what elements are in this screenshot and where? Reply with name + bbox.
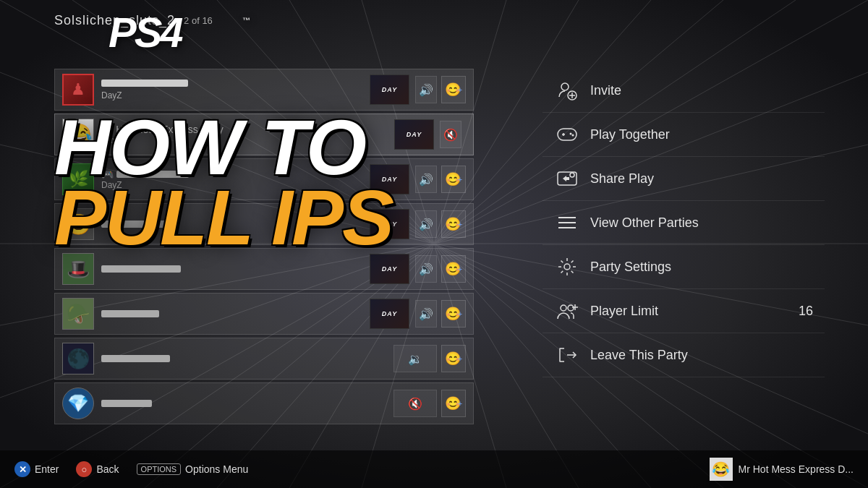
friend-button[interactable]: 😊+	[441, 210, 466, 238]
member-row[interactable]: 🌑 🔉 😊+	[54, 338, 474, 380]
party-members-panel: ♟ DayZ DAY 🔊 😊+ 😂 Mr Hot Mess Express Da…	[54, 69, 474, 445]
back-label: Back	[96, 463, 119, 475]
players-icon	[554, 298, 580, 324]
member-row[interactable]: 💎 🔇 😊+	[54, 382, 474, 424]
player-limit-value: 16	[799, 304, 813, 319]
menu-item-share-play[interactable]: Share Play	[542, 157, 825, 201]
o-button: ○	[76, 461, 92, 477]
svg-point-47	[570, 173, 574, 177]
audio-icon[interactable]: 🔊	[415, 300, 437, 328]
member-name	[101, 400, 152, 407]
member-row[interactable]: 😊 DAY 🔊 😊+	[54, 203, 474, 245]
member-row[interactable]: 🌿 🎮 DayZ DAY 🔊 😊+	[54, 158, 474, 200]
menu-item-party-settings[interactable]: Party Settings	[542, 245, 825, 289]
options-button[interactable]: OPTIONS Options Menu	[137, 463, 249, 475]
member-name	[101, 265, 181, 273]
menu-item-leave-party[interactable]: Leave This Party	[542, 333, 825, 377]
leave-party-label: Leave This Party	[590, 348, 813, 363]
friend-button[interactable]: 😊+	[441, 166, 466, 193]
member-info	[101, 400, 393, 407]
audio-icon[interactable]: 🔊	[415, 166, 437, 193]
ps4-svg: PS4 ™	[101, 7, 260, 54]
game-thumbnail: DAY	[370, 164, 409, 194]
svg-text:™: ™	[242, 16, 250, 25]
play-together-label: Play Together	[590, 127, 813, 142]
member-info	[101, 355, 393, 362]
member-row[interactable]: 🪖 DAY 🔊 😊+	[54, 293, 474, 335]
svg-text:PS4: PS4	[109, 9, 183, 54]
svg-point-37	[561, 83, 569, 90]
avatar: 🪖	[62, 298, 94, 330]
member-info	[101, 265, 370, 273]
svg-point-44	[570, 133, 572, 135]
bottom-bar: ✕ Enter ○ Back OPTIONS Options Menu 😂 Mr…	[0, 450, 868, 488]
enter-label: Enter	[35, 463, 59, 475]
menu-item-play-together[interactable]: Play Together	[542, 113, 825, 157]
settings-icon	[554, 254, 580, 280]
invite-label: Invite	[590, 83, 813, 98]
avatar: 😊	[62, 208, 94, 240]
svg-point-51	[564, 264, 570, 270]
avatar: 🎩	[62, 253, 94, 285]
list-icon	[554, 210, 580, 236]
right-menu-panel: Invite Play Together Share Play	[542, 69, 825, 377]
member-name: Mr Hot Mess Express Daily	[101, 124, 394, 135]
player-limit-label: Player Limit	[590, 304, 799, 319]
member-info: DayZ	[101, 80, 370, 100]
username: Mr Hot Mess Express D...	[739, 463, 854, 475]
ps4-logo-text: PS4 ™	[101, 7, 260, 54]
invite-icon	[554, 77, 580, 103]
friend-button[interactable]: 😊+	[441, 76, 466, 103]
game-thumbnail: DAY	[370, 299, 409, 329]
view-parties-label: View Other Parties	[590, 215, 813, 231]
member-info: 🎮 DayZ	[101, 168, 370, 190]
controller-icon	[554, 121, 580, 147]
member-row[interactable]: ♟ DayZ DAY 🔊 😊+	[54, 69, 474, 111]
current-user: 😂 Mr Hot Mess Express D...	[710, 458, 854, 481]
member-name	[101, 355, 170, 362]
member-name	[101, 221, 166, 228]
menu-item-view-parties[interactable]: View Other Parties	[542, 201, 825, 245]
member-info	[101, 310, 370, 317]
game-thumbnail: DAY	[370, 74, 409, 105]
avatar: 😂	[62, 119, 94, 150]
member-name	[101, 80, 188, 87]
friend-button[interactable]: 😊+	[441, 300, 466, 328]
audio-icon[interactable]: 🔊	[415, 210, 437, 238]
member-name	[101, 310, 159, 317]
audio-icon[interactable]: 🔇	[393, 390, 437, 417]
back-button[interactable]: ○ Back	[76, 461, 119, 477]
leave-icon	[554, 342, 580, 368]
share-play-icon	[554, 166, 580, 192]
member-row[interactable]: 😂 Mr Hot Mess Express Daily DayZ DAY 🔇	[54, 114, 474, 155]
friend-button[interactable]: 😊+	[441, 255, 466, 283]
menu-item-invite[interactable]: Invite	[542, 69, 825, 113]
share-play-label: Share Play	[590, 171, 813, 187]
avatar: 🌑	[62, 343, 94, 374]
menu-item-player-limit[interactable]: Player Limit 16	[542, 289, 825, 333]
audio-muted-icon[interactable]: 🔇	[440, 121, 461, 148]
member-info	[101, 221, 370, 228]
member-game: DayZ	[101, 135, 394, 145]
game-thumbnail: DAY	[394, 119, 434, 150]
member-row[interactable]: 🎩 DAY 🔊 😊+	[54, 248, 474, 290]
audio-icon[interactable]: 🔊	[415, 76, 437, 103]
member-name	[116, 171, 189, 178]
avatar: 🌿	[62, 163, 94, 195]
member-info: Mr Hot Mess Express Daily DayZ	[101, 124, 394, 145]
options-badge: OPTIONS	[137, 463, 182, 475]
avatar: 💎	[62, 388, 94, 419]
game-thumbnail: DAY	[370, 254, 409, 284]
friend-button[interactable]: 😊+	[441, 390, 466, 417]
member-game: DayZ	[101, 180, 370, 190]
friend-button[interactable]: 😊+	[441, 345, 466, 372]
avatar: ♟	[62, 74, 94, 106]
audio-icon[interactable]: 🔉	[393, 345, 437, 372]
svg-point-45	[572, 134, 574, 137]
options-menu-label: Options Menu	[185, 463, 248, 475]
x-button: ✕	[14, 461, 30, 477]
audio-icon[interactable]: 🔊	[415, 255, 437, 283]
user-avatar: 😂	[710, 458, 733, 481]
enter-button[interactable]: ✕ Enter	[14, 461, 59, 477]
game-thumbnail: DAY	[370, 209, 409, 239]
